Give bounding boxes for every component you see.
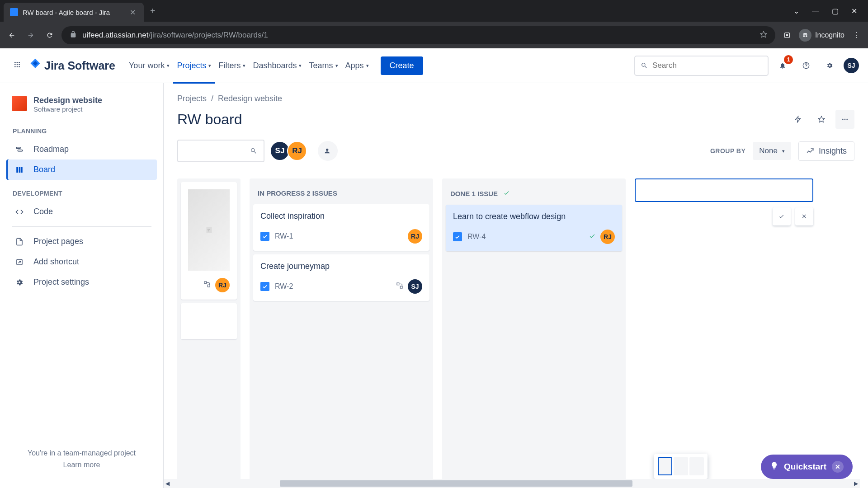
quickstart-button[interactable]: Quickstart ✕ <box>761 455 853 479</box>
breadcrumb-root[interactable]: Projects <box>177 94 207 103</box>
menu-icon[interactable]: ⋮ <box>849 27 863 43</box>
svg-rect-30 <box>208 285 210 287</box>
nav-dashboards[interactable]: Dashboards▾ <box>249 56 305 75</box>
svg-rect-32 <box>400 286 402 288</box>
close-tab-icon[interactable]: ✕ <box>128 6 137 19</box>
app-switcher-icon[interactable] <box>9 56 25 75</box>
issue-card[interactable]: Create journeymapRW-2SJ <box>253 254 429 301</box>
url-bar[interactable]: uifeed.atlassian.net/jira/software/proje… <box>61 26 775 44</box>
insights-button[interactable]: Insights <box>798 141 854 161</box>
board-minimap[interactable] <box>654 454 708 479</box>
roadmap-icon <box>14 145 25 154</box>
search-input[interactable] <box>652 61 762 70</box>
h-scrollbar[interactable]: ◀▶ <box>164 479 860 488</box>
page-icon <box>14 238 25 246</box>
avatar[interactable]: RJ <box>287 141 307 161</box>
more-actions-button[interactable] <box>835 110 854 129</box>
svg-point-9 <box>19 64 20 66</box>
new-column-input[interactable] <box>635 178 813 202</box>
jira-logo[interactable]: Jira Software <box>29 58 115 74</box>
notifications-button[interactable]: 1 <box>773 56 792 75</box>
issue-key: RW-4 <box>467 233 486 241</box>
help-button[interactable] <box>797 56 816 75</box>
minimize-button[interactable]: — <box>812 7 819 15</box>
card-title: Create journeymap <box>260 262 422 271</box>
add-people-button[interactable] <box>318 141 338 161</box>
board-columns: 1. Recordingrecordigreat2. InRJIN PROGRE… <box>177 178 854 488</box>
sidebar-item-board[interactable]: Board <box>6 160 157 180</box>
browser-tab[interactable]: RW board - Agile board - Jira ✕ <box>4 3 144 22</box>
board-column: DONE 1 ISSUELearn to create webflow desi… <box>442 178 626 483</box>
svg-point-10 <box>14 66 16 67</box>
issue-card[interactable] <box>181 303 237 339</box>
issue-card[interactable]: Collect inspirationRW-1RJ <box>253 204 429 251</box>
svg-rect-16 <box>16 167 18 173</box>
close-window-button[interactable]: ✕ <box>851 7 857 15</box>
svg-text:1. Recording: 1. Recording <box>207 229 210 230</box>
extensions-icon[interactable] <box>780 28 794 42</box>
breadcrumb-current[interactable]: Redesign website <box>218 94 282 103</box>
forward-button[interactable] <box>24 28 38 42</box>
gear-icon <box>14 278 25 286</box>
board-icon <box>14 166 25 174</box>
confirm-button[interactable] <box>773 207 791 225</box>
maximize-button[interactable]: ▢ <box>832 7 839 15</box>
new-tab-button[interactable]: + <box>144 1 162 21</box>
issue-key: RW-2 <box>275 282 293 291</box>
automation-button[interactable] <box>788 110 807 129</box>
global-search[interactable] <box>634 56 769 76</box>
jira-header: Jira Software Your work▾Projects▾Filters… <box>0 48 868 83</box>
svg-point-22 <box>846 119 848 120</box>
assignee-avatar[interactable]: RJ <box>215 278 230 292</box>
project-header[interactable]: Redesign website Software project <box>6 96 157 123</box>
nav-projects[interactable]: Projects▾ <box>173 56 215 75</box>
column-header: DONE 1 ISSUE <box>446 182 622 205</box>
learn-more-link[interactable]: Learn more <box>13 461 151 469</box>
nav-filters[interactable]: Filters▾ <box>215 56 249 75</box>
chart-icon <box>806 147 814 155</box>
svg-point-4 <box>14 62 16 63</box>
nav-teams[interactable]: Teams▾ <box>305 56 341 75</box>
star-icon[interactable] <box>760 31 767 40</box>
incognito-badge[interactable]: Incognito <box>799 29 844 42</box>
reload-button[interactable] <box>42 28 57 42</box>
svg-point-11 <box>17 66 18 67</box>
nav-your-work[interactable]: Your work▾ <box>125 56 173 75</box>
notification-badge: 1 <box>784 55 793 64</box>
sidebar-item-project-settings[interactable]: Project settings <box>6 272 157 292</box>
svg-rect-17 <box>19 167 21 173</box>
issue-key: RW-1 <box>275 232 293 240</box>
svg-point-5 <box>17 62 18 63</box>
subtask-icon <box>396 282 403 291</box>
back-button[interactable] <box>5 28 19 42</box>
create-button[interactable]: Create <box>381 56 423 75</box>
svg-rect-18 <box>21 167 23 173</box>
assignee-filter: SJ RJ <box>273 141 307 161</box>
check-icon <box>503 189 510 197</box>
settings-button[interactable] <box>820 56 839 75</box>
section-planning-label: PLANNING <box>6 123 157 139</box>
sidebar-item-add-shortcut[interactable]: Add shortcut <box>6 252 157 272</box>
sidebar-item-label: Board <box>33 165 55 174</box>
sidebar-item-code[interactable]: Code <box>6 202 157 222</box>
board-search[interactable] <box>177 140 264 162</box>
groupby-select[interactable]: None ▾ <box>753 142 791 160</box>
assignee-avatar[interactable]: RJ <box>600 230 615 244</box>
star-board-button[interactable] <box>812 110 831 129</box>
issue-card[interactable]: Learn to create webflow designRW-4RJ <box>446 205 622 251</box>
url-text: uifeed.atlassian.net/jira/software/proje… <box>82 31 268 40</box>
svg-point-8 <box>17 64 18 66</box>
close-icon[interactable]: ✕ <box>832 461 844 473</box>
assignee-avatar[interactable]: SJ <box>408 279 422 294</box>
issue-card[interactable]: 1. Recordingrecordigreat2. InRJ <box>181 182 237 300</box>
cancel-button[interactable] <box>795 207 813 225</box>
assignee-avatar[interactable]: RJ <box>408 229 422 244</box>
nav-apps[interactable]: Apps▾ <box>342 56 373 75</box>
user-avatar[interactable]: SJ <box>844 58 859 73</box>
svg-point-12 <box>19 66 20 67</box>
sidebar-item-project-pages[interactable]: Project pages <box>6 231 157 252</box>
sidebar-item-roadmap[interactable]: Roadmap <box>6 139 157 160</box>
sidebar-item-label: Add shortcut <box>33 257 79 267</box>
breadcrumb: Projects / Redesign website <box>177 94 854 103</box>
history-chevron-icon[interactable]: ⌄ <box>793 7 799 15</box>
